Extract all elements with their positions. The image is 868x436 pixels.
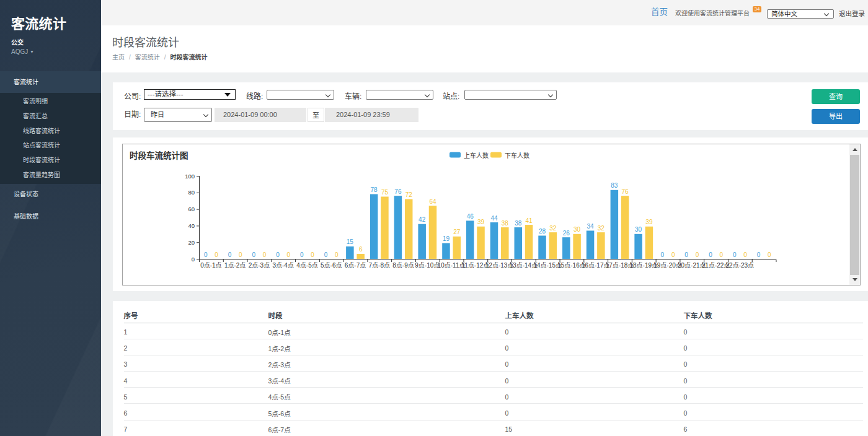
svg-text:30: 30 [574,226,581,233]
svg-text:72: 72 [405,191,413,198]
svg-text:0: 0 [671,251,675,258]
svg-text:0: 0 [204,251,208,258]
svg-text:76: 76 [622,188,629,195]
svg-text:46: 46 [467,213,474,220]
svg-text:42: 42 [418,216,426,223]
svg-text:0: 0 [300,251,304,258]
svg-text:80: 80 [188,189,195,196]
svg-text:0: 0 [757,251,761,258]
svg-text:0: 0 [252,251,256,258]
svg-text:0: 0 [684,251,688,258]
svg-text:7点-8点: 7点-8点 [369,262,390,269]
svg-text:下车人数: 下车人数 [505,152,529,159]
svg-text:0: 0 [335,251,339,258]
svg-text:8点-9点: 8点-9点 [392,262,414,269]
svg-text:15: 15 [347,238,354,245]
svg-text:60: 60 [188,206,195,212]
svg-text:0: 0 [709,251,712,258]
svg-text:26: 26 [563,230,570,237]
svg-text:0: 0 [276,251,280,258]
svg-text:上车人数: 上车人数 [464,152,489,159]
svg-text:0点-1点: 0点-1点 [200,262,221,269]
svg-text:0: 0 [743,251,747,258]
svg-text:0: 0 [696,251,699,258]
svg-text:22点-23点: 22点-23点 [726,262,755,269]
svg-text:44: 44 [490,215,498,222]
svg-text:2点-3点: 2点-3点 [249,262,270,269]
svg-text:39: 39 [645,219,653,225]
svg-text:76: 76 [394,188,402,195]
svg-text:30: 30 [635,226,642,233]
svg-text:9点-10点: 9点-10点 [415,262,440,269]
svg-text:0: 0 [287,251,291,258]
svg-text:0: 0 [768,251,771,258]
svg-text:0: 0 [324,251,328,258]
svg-text:0: 0 [263,251,267,258]
svg-text:时段车流统计图: 时段车流统计图 [130,150,188,160]
svg-text:0: 0 [733,251,737,258]
svg-text:6点-7点: 6点-7点 [345,262,366,269]
svg-text:0: 0 [719,251,723,258]
svg-text:3点-4点: 3点-4点 [272,262,293,269]
svg-text:78: 78 [371,186,378,193]
svg-text:64: 64 [429,198,436,205]
svg-text:83: 83 [611,182,618,189]
svg-text:4点-5点: 4点-5点 [296,262,317,269]
svg-text:38: 38 [502,220,509,227]
svg-text:32: 32 [549,225,557,232]
svg-text:34: 34 [587,223,595,230]
svg-text:0: 0 [311,251,314,258]
svg-text:0: 0 [661,251,665,258]
svg-text:28: 28 [539,228,546,235]
svg-text:0: 0 [228,251,232,258]
svg-text:19: 19 [443,235,450,242]
svg-text:0: 0 [192,256,195,263]
svg-text:1点-2点: 1点-2点 [224,262,246,269]
svg-text:38: 38 [515,220,522,227]
svg-text:20: 20 [188,239,195,246]
svg-text:5点-6点: 5点-6点 [321,262,342,269]
svg-text:0: 0 [239,251,242,258]
svg-text:6: 6 [359,246,363,253]
svg-text:32: 32 [598,225,605,232]
svg-text:0: 0 [215,251,218,258]
svg-text:75: 75 [381,189,389,196]
svg-text:39: 39 [477,219,485,225]
svg-text:41: 41 [525,217,533,224]
svg-text:27: 27 [453,229,461,235]
svg-text:100: 100 [185,173,195,180]
svg-text:40: 40 [188,222,195,229]
